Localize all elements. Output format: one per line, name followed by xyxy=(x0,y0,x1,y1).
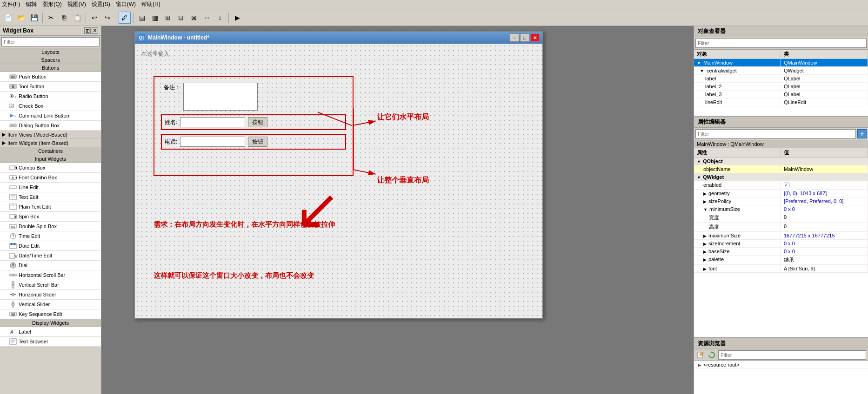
redo-button[interactable]: ↪ xyxy=(101,12,114,24)
wb-item-check-box[interactable]: ✓ Check Box xyxy=(0,101,101,111)
obj-row-label2[interactable]: label_2 QLabel xyxy=(694,83,868,91)
prop-filter-input[interactable] xyxy=(695,129,856,138)
wb-item-text-browser[interactable]: Text Browser xyxy=(0,337,101,347)
layout-v-button[interactable]: ▥ xyxy=(149,12,161,24)
prop-row-width[interactable]: 宽度 0 xyxy=(694,213,868,223)
resource-reload-btn[interactable] xyxy=(707,350,716,360)
phone-input[interactable] xyxy=(180,137,245,147)
layout-v-spacer-button[interactable]: ↕ xyxy=(214,12,226,24)
name-input[interactable] xyxy=(180,117,245,127)
wb-item-dialog-btn-box[interactable]: Dialog Button Box xyxy=(0,121,101,131)
resource-edit-btn[interactable] xyxy=(696,350,705,360)
wb-item-double-spin-box[interactable]: 0.0 Double Spin Box xyxy=(0,222,101,231)
category-input-widgets[interactable]: Input Widgets xyxy=(0,155,101,163)
prop-group-qwidget[interactable]: ▼QWidget xyxy=(694,173,868,181)
prop-row-sizeincrement[interactable]: ▶sizeIncrement 0 x 0 xyxy=(694,240,868,248)
wb-item-plain-text-edit[interactable]: Plain Text Edit xyxy=(0,202,101,212)
wb-item-datetime-edit[interactable]: Date/Time Edit xyxy=(0,251,101,261)
wb-item-line-edit[interactable]: Line Edit xyxy=(0,183,101,192)
widget-box-float-btn[interactable]: ◫ xyxy=(84,27,91,34)
save-button[interactable]: 💾 xyxy=(28,12,40,24)
layout-grid-button[interactable]: ⊞ xyxy=(162,12,174,24)
wb-item-h-slider[interactable]: Horizontal Slider xyxy=(0,290,101,300)
wb-item-push-button[interactable]: OK Push Button xyxy=(0,72,101,82)
obj-row-label[interactable]: label QLabel xyxy=(694,75,868,83)
open-button[interactable]: 📂 xyxy=(15,12,27,24)
wb-item-radio-button[interactable]: ● Radio Button xyxy=(0,92,101,101)
category-item-widgets[interactable]: ▶ Item Widgets (Item-Based) xyxy=(0,139,101,147)
prop-row-height[interactable]: 高度 0 xyxy=(694,223,868,232)
layout-h-spacer-button[interactable]: ↔ xyxy=(201,12,213,24)
wb-item-v-scroll-bar[interactable]: Vertical Scroll Bar xyxy=(0,280,101,290)
wb-item-h-scroll-bar[interactable]: Horizontal Scroll Bar xyxy=(0,270,101,280)
wb-item-time-edit[interactable]: Time Edit xyxy=(0,231,101,241)
enabled-checkbox[interactable] xyxy=(784,183,789,188)
obj-row-lineedit[interactable]: lineEdit QLineEdit xyxy=(694,98,868,106)
undo-button[interactable]: ↩ xyxy=(88,12,100,24)
obj-row-mainwindow[interactable]: ▼ MainWindow QMainWindow xyxy=(694,59,868,67)
prop-row-enabled[interactable]: enabled xyxy=(694,181,868,190)
object-inspector-filter-input[interactable] xyxy=(695,39,867,48)
prop-add-btn[interactable]: + xyxy=(857,129,867,138)
edit-widget-button[interactable]: 🖊 xyxy=(119,12,131,24)
layout-h-button[interactable]: ▤ xyxy=(136,12,148,24)
category-item-views[interactable]: ▶ Item Views (Model-Based) xyxy=(0,131,101,139)
wb-item-text-edit[interactable]: Text Edit xyxy=(0,192,101,202)
obj-row-centralwidget[interactable]: ▼ centralwidget QWidget xyxy=(694,67,868,75)
resource-filter-input[interactable] xyxy=(718,350,866,360)
prop-row-sizepolicy[interactable]: ▶sizePolicy [Preferred, Preferred, 0, 0] xyxy=(694,197,868,205)
qt-maximize-btn[interactable]: □ xyxy=(520,33,529,42)
wb-item-combo-box[interactable]: ▼ Combo Box xyxy=(0,163,101,173)
category-spacers[interactable]: Spacers xyxy=(0,56,101,64)
preview-button[interactable]: ▶ xyxy=(231,12,243,24)
qt-window-body[interactable]: 在这里输入 备注： 姓名: 按钮 电话 xyxy=(135,44,542,318)
menu-file[interactable]: 文件(F) xyxy=(2,0,20,8)
menu-help[interactable]: 帮助(H) xyxy=(141,0,160,8)
qt-minimize-btn[interactable]: ─ xyxy=(510,33,519,42)
cut-button[interactable]: ✂ xyxy=(45,12,57,24)
widget-box-close-btn[interactable]: ✕ xyxy=(92,27,98,34)
wb-item-spin-box[interactable]: ▲▼ Spin Box xyxy=(0,212,101,222)
prop-row-maximumsize[interactable]: ▶maximumSize 16777215 x 16777215 xyxy=(694,232,868,240)
radio-button-icon: ● xyxy=(9,92,17,100)
layout-form-button[interactable]: ⊟ xyxy=(175,12,187,24)
menu-graphics[interactable]: 图形(Q) xyxy=(42,0,61,8)
layout-break-button[interactable]: ⊠ xyxy=(188,12,200,24)
sizepolicy-expand-arrow: ▶ xyxy=(703,199,707,204)
category-buttons[interactable]: Buttons xyxy=(0,64,101,72)
phone-btn[interactable]: 按钮 xyxy=(248,137,267,147)
wb-item-label[interactable]: A Label xyxy=(0,327,101,337)
resource-root-item[interactable]: ▶ <resource root> xyxy=(694,361,868,369)
wb-item-dial[interactable]: Dial xyxy=(0,261,101,270)
widget-box-filter-input[interactable] xyxy=(1,37,100,46)
wb-key-seq-label: Key Sequence Edit xyxy=(19,311,62,317)
obj-row-label3[interactable]: label_3 QLabel xyxy=(694,91,868,98)
copy-button[interactable]: ⎘ xyxy=(58,12,70,24)
prop-cell-sizeincrement-value: 0 x 0 xyxy=(781,240,868,247)
prop-row-basesize[interactable]: ▶baseSize 0 x 0 xyxy=(694,248,868,256)
prop-row-palette[interactable]: ▶palette 继承 xyxy=(694,256,868,265)
menu-view[interactable]: 视图(V) xyxy=(67,0,86,8)
category-display-widgets[interactable]: Display Widgets xyxy=(0,319,101,327)
wb-item-tool-button[interactable]: ⚙ Tool Button xyxy=(0,82,101,92)
prop-row-geometry[interactable]: ▶geometry [(0, 0), 1043 x 687] xyxy=(694,190,868,197)
prop-row-minimumsize[interactable]: ▼minimumSize 0 x 0 xyxy=(694,205,868,213)
new-button[interactable]: 📄 xyxy=(2,12,14,24)
wb-item-command-link[interactable]: ▷ Command Link Button xyxy=(0,111,101,121)
prop-row-objectname[interactable]: objectName MainWindow xyxy=(694,165,868,173)
wb-item-font-combo-box[interactable]: A▼ Font Combo Box xyxy=(0,173,101,183)
paste-button[interactable]: 📋 xyxy=(71,12,83,24)
wb-item-date-edit[interactable]: Date Edit xyxy=(0,241,101,251)
category-layouts[interactable]: Layouts xyxy=(0,48,101,56)
prop-group-qobject[interactable]: ▼QObject xyxy=(694,158,868,165)
menu-window[interactable]: 窗口(W) xyxy=(116,0,136,8)
category-containers[interactable]: Containers xyxy=(0,147,101,155)
qt-close-btn[interactable]: ✕ xyxy=(530,33,540,42)
name-btn[interactable]: 按钮 xyxy=(248,117,267,127)
wb-item-key-seq-edit[interactable]: ⌨ Key Sequence Edit xyxy=(0,309,101,319)
prop-row-font[interactable]: ▶font A [SimSun, 9] xyxy=(694,265,868,273)
menu-edit[interactable]: 编辑 xyxy=(26,0,37,8)
wb-item-v-slider[interactable]: Vertical Slider xyxy=(0,300,101,309)
menu-settings[interactable]: 设置(S) xyxy=(92,0,110,8)
note-input[interactable] xyxy=(183,83,258,111)
